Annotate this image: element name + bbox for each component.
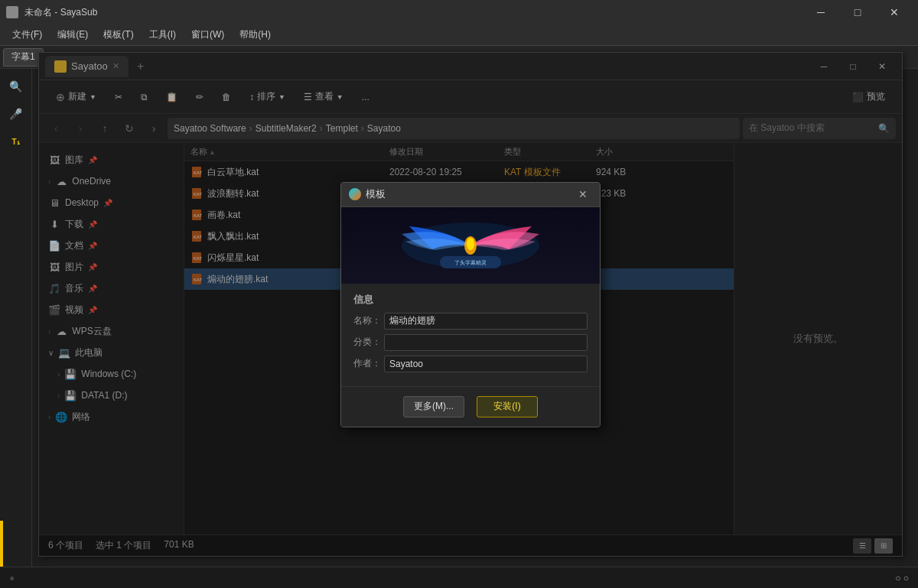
tab-subtitle1[interactable]: 字幕1 — [3, 48, 44, 67]
app-icon — [6, 6, 18, 18]
category-field[interactable] — [384, 334, 588, 351]
preview-banner: 了头字幕精灵 — [341, 207, 600, 284]
menu-file[interactable]: 文件(F) — [6, 27, 48, 43]
menu-template[interactable]: 模板(T) — [97, 27, 139, 43]
info-row-name: 名称： 煽动的翅膀 — [353, 313, 588, 330]
menu-window[interactable]: 窗口(W) — [185, 27, 230, 43]
title-bar: 未命名 - SayaSub ─ □ ✕ — [0, 0, 918, 24]
modal-footer: 更多(M)... 安装(I) — [341, 386, 600, 427]
info-row-category: 分类： — [353, 334, 588, 351]
author-field[interactable]: Sayatoo — [384, 356, 588, 372]
svg-point-14 — [467, 238, 474, 250]
status-bar: ● ○ ○ — [0, 567, 918, 588]
modal-preview: 了头字幕精灵 — [341, 207, 600, 284]
name-label: 名称： — [353, 314, 384, 327]
modal-overlay: 模板 ✕ — [38, 52, 903, 557]
info-title: 信息 — [353, 293, 588, 307]
modal-info: 信息 名称： 煽动的翅膀 分类： 作者： Sayatoo — [341, 284, 600, 386]
template-dialog: 模板 ✕ — [340, 182, 601, 427]
sidebar-text-icon[interactable]: T₁ — [5, 130, 28, 153]
close-button[interactable]: ✕ — [877, 0, 912, 24]
more-button[interactable]: 更多(M)... — [403, 396, 464, 417]
modal-app-icon — [349, 188, 361, 200]
modal-title-text: 模板 — [366, 187, 386, 201]
modal-titlebar: 模板 ✕ — [341, 183, 600, 207]
modal-close-button[interactable]: ✕ — [574, 185, 592, 203]
maximize-button[interactable]: □ — [840, 0, 875, 24]
app-title: 未命名 - SayaSub — [24, 6, 97, 19]
sidebar-mic-icon[interactable]: 🎤 — [5, 102, 28, 125]
wing-illustration: 了头字幕精灵 — [386, 215, 555, 276]
sidebar-search-icon[interactable]: 🔍 — [5, 75, 28, 98]
info-row-author: 作者： Sayatoo — [353, 356, 588, 372]
status-dot: ● — [9, 573, 15, 583]
category-label: 分类： — [353, 336, 384, 349]
menu-tools[interactable]: 工具(I) — [143, 27, 182, 43]
install-button[interactable]: 安装(I) — [477, 396, 538, 417]
minimize-button[interactable]: ─ — [803, 0, 838, 24]
status-circles: ○ ○ — [895, 573, 909, 583]
author-label: 作者： — [353, 357, 384, 370]
svg-text:了头字幕精灵: 了头字幕精灵 — [454, 260, 487, 266]
menu-help[interactable]: 帮助(H) — [233, 27, 277, 43]
app-sidebar: 🔍 🎤 T₁ — [0, 69, 32, 567]
window-controls: ─ □ ✕ — [803, 0, 912, 24]
name-field[interactable]: 煽动的翅膀 — [384, 313, 588, 330]
yellow-accent-bar — [0, 521, 3, 567]
menu-bar: 文件(F) 编辑(E) 模板(T) 工具(I) 窗口(W) 帮助(H) — [0, 24, 918, 46]
menu-edit[interactable]: 编辑(E) — [51, 27, 94, 43]
